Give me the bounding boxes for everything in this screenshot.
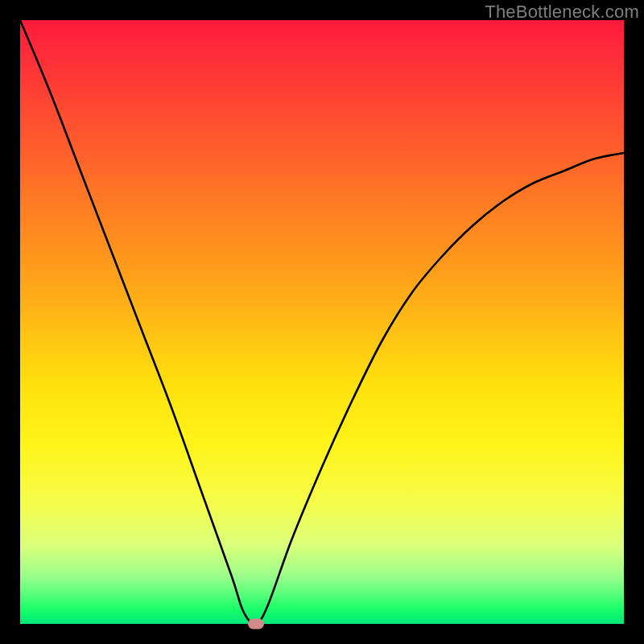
chart-frame <box>20 20 624 624</box>
optimum-marker <box>248 619 264 630</box>
chart-curve-svg <box>20 20 624 624</box>
bottleneck-curve-path <box>20 20 624 624</box>
